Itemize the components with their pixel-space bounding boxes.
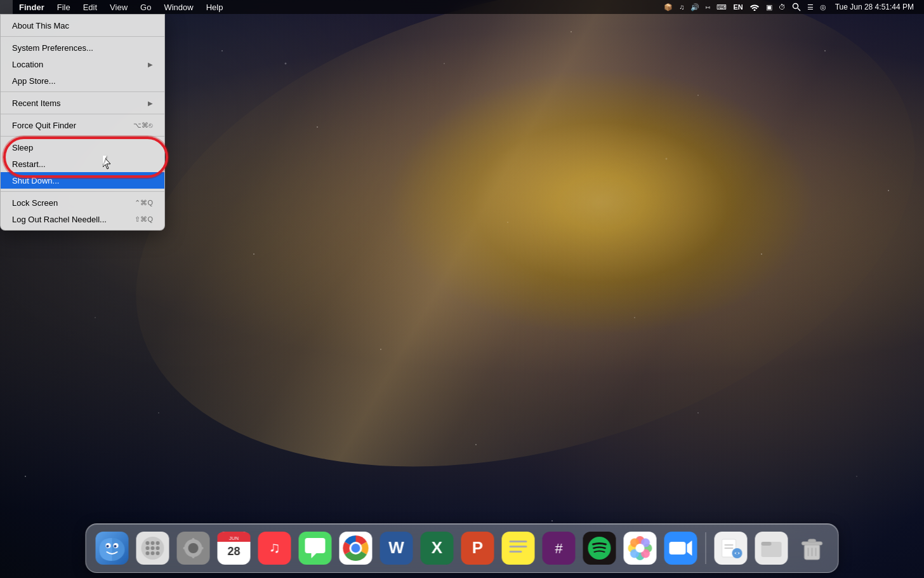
menubar: Finder File Edit View Go Window Help 📦 ♫… (0, 0, 924, 14)
menubar-left: Finder File Edit View Go Window Help (0, 0, 229, 14)
menu-separator-2 (1, 91, 164, 92)
svg-line-1 (798, 8, 800, 11)
svg-point-11 (151, 541, 155, 545)
apple-menu-trigger[interactable] (0, 0, 13, 14)
svg-point-16 (146, 551, 150, 555)
dock-photos[interactable]: Photos (622, 530, 659, 567)
menu-restart[interactable]: Restart... (1, 156, 164, 172)
menubar-edit[interactable]: Edit (77, 0, 103, 14)
svg-text:X: X (432, 538, 443, 557)
timemachine-icon[interactable]: ⏱ (776, 0, 788, 14)
svg-point-13 (146, 546, 150, 550)
dock-excel[interactable]: X Excel (419, 530, 456, 567)
svg-point-51 (588, 537, 611, 560)
menu-app-store[interactable]: App Store... (1, 72, 164, 89)
dock-zoom[interactable]: Zoom (663, 530, 699, 567)
svg-rect-44 (502, 532, 535, 565)
svg-rect-46 (510, 546, 527, 548)
dock-separator (706, 532, 706, 564)
screen-icon[interactable]: ▣ (763, 0, 775, 14)
svg-text:♫: ♫ (269, 539, 280, 556)
menubar-go[interactable]: Go (134, 0, 157, 14)
svg-rect-47 (510, 551, 522, 553)
svg-text:W: W (388, 538, 404, 557)
dock-launchpad[interactable]: Launchpad (135, 530, 171, 567)
menu-shutdown[interactable]: Shut Down... (1, 172, 164, 189)
menu-recent-items[interactable]: Recent Items ▶ (1, 95, 164, 111)
menu-separator-4 (1, 136, 164, 137)
dock-files[interactable]: Files (753, 530, 790, 567)
svg-rect-22 (192, 538, 195, 543)
menu-system-preferences[interactable]: System Preferences... (1, 39, 164, 56)
svg-rect-25 (199, 547, 204, 549)
svg-rect-67 (725, 548, 734, 549)
svg-text:JUN: JUN (229, 535, 239, 541)
input-icon[interactable]: ⌨ (714, 0, 729, 14)
search-icon[interactable] (789, 0, 803, 14)
svg-point-17 (151, 551, 155, 555)
dock-preview[interactable]: Preview (713, 530, 749, 567)
svg-point-69 (736, 552, 739, 554)
menubar-right: 📦 ♫ 🔊 ⑅ ⌨ EN ▣ ⏱ ☰ ◎ Tue Jun 28 4:51:44 … (661, 0, 924, 14)
svg-rect-45 (510, 541, 527, 542)
dock-finder[interactable]: Finder (94, 530, 131, 567)
dock-slack[interactable]: # Slack (541, 530, 578, 567)
menu-separator-3 (1, 114, 164, 114)
notification-icon[interactable]: ☰ (805, 0, 816, 14)
bluetooth-icon[interactable]: ⑅ (703, 0, 713, 14)
dock: Finder Launchpad (86, 523, 839, 573)
music-icon[interactable]: ♫ (676, 0, 687, 14)
dock-music[interactable]: ♫ Music (256, 530, 293, 567)
apple-menu-dropdown: About This Mac System Preferences... Loc… (0, 14, 165, 231)
dock-notes[interactable]: Notes (500, 530, 537, 567)
svg-point-21 (188, 543, 199, 553)
svg-point-12 (156, 541, 160, 545)
menu-sleep[interactable]: Sleep (1, 139, 164, 156)
menubar-window[interactable]: Window (157, 0, 199, 14)
svg-text:#: # (555, 541, 563, 556)
svg-rect-76 (808, 539, 816, 542)
svg-point-10 (146, 541, 150, 545)
menubar-view[interactable]: View (103, 0, 134, 14)
svg-rect-23 (192, 553, 195, 558)
menu-location[interactable]: Location ▶ (1, 56, 164, 72)
svg-rect-63 (670, 542, 686, 554)
menu-about-this-mac[interactable]: About This Mac (1, 17, 164, 34)
menu-force-quit[interactable]: Force Quit Finder ⌥⌘⎋ (1, 117, 164, 133)
svg-point-7 (114, 545, 117, 548)
menubar-file[interactable]: File (51, 0, 77, 14)
dock-sysprefs[interactable]: System Preferences (175, 530, 212, 567)
svg-point-6 (107, 545, 109, 548)
svg-point-14 (151, 546, 155, 550)
siri-icon[interactable]: ◎ (817, 0, 829, 14)
language-indicator[interactable]: EN (730, 0, 745, 14)
dock-trash[interactable]: Trash (794, 530, 831, 567)
svg-point-18 (156, 551, 160, 555)
menubar-finder[interactable]: Finder (13, 0, 51, 14)
menu-logout[interactable]: Log Out Rachel Needell... ⇧⌘Q (1, 211, 164, 227)
volume-icon[interactable]: 🔊 (688, 0, 702, 14)
svg-point-61 (636, 544, 645, 553)
dock-powerpoint[interactable]: P PowerPoint (459, 530, 496, 567)
svg-point-37 (352, 544, 360, 553)
svg-point-0 (793, 4, 798, 9)
svg-point-15 (156, 546, 160, 550)
dock-chrome[interactable]: Chrome (338, 530, 374, 567)
dropbox-icon[interactable]: 📦 (661, 0, 675, 14)
dock-word[interactable]: W Word (378, 530, 415, 567)
menubar-help[interactable]: Help (200, 0, 230, 14)
dock-calendar[interactable]: 28 JUN Calendar (216, 530, 253, 567)
dock-messages[interactable]: Messages (297, 530, 334, 567)
menu-separator-1 (1, 36, 164, 37)
svg-text:P: P (472, 538, 483, 557)
datetime-display: Tue Jun 28 4:51:44 PM (830, 0, 919, 14)
svg-text:28: 28 (227, 545, 240, 558)
menu-lock-screen[interactable]: Lock Screen ⌃⌘Q (1, 194, 164, 211)
svg-rect-66 (725, 544, 734, 546)
svg-rect-24 (183, 547, 188, 549)
svg-rect-72 (762, 542, 772, 546)
menu-separator-5 (1, 191, 164, 192)
dock-spotify[interactable]: Spotify (581, 530, 618, 567)
wifi-icon[interactable] (747, 0, 762, 14)
